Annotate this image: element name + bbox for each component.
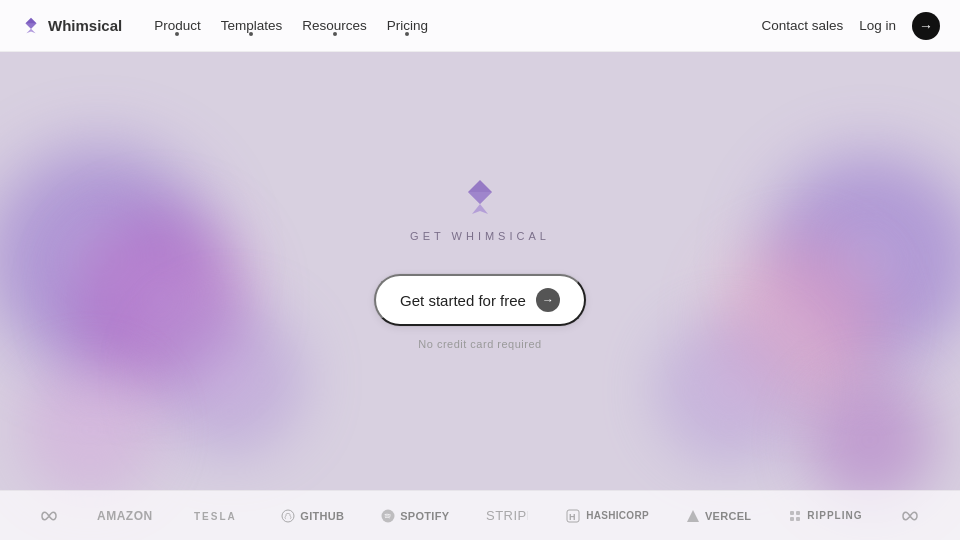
logo-tesla: TESLA (194, 507, 244, 525)
cta-button-label: Get started for free (400, 292, 526, 309)
rippling-icon (788, 509, 802, 523)
hashicorp-icon: H (565, 508, 581, 524)
logo-github: GitHub (281, 509, 344, 523)
hero-tagline: GET WHIMSICAL (410, 230, 550, 242)
nav-product[interactable]: Product (146, 13, 209, 38)
nav-links: Product Templates Resources Pricing (146, 13, 436, 38)
hero-logo-icon (455, 174, 505, 224)
logo-amazon: amazon (97, 507, 157, 525)
vercel-icon (686, 509, 700, 523)
svg-text:H: H (569, 512, 577, 522)
stripe-icon: stripe (486, 508, 528, 524)
logo-vercel: Vercel (686, 509, 751, 523)
spotify-icon (381, 509, 395, 523)
logo-spotify: Spotify (381, 509, 449, 523)
logo-meta-right (899, 509, 921, 523)
svg-marker-7 (687, 510, 699, 522)
nav-arrow-button[interactable]: → (912, 12, 940, 40)
nav-pricing[interactable]: Pricing (379, 13, 436, 38)
cta-button[interactable]: Get started for free → (374, 274, 586, 326)
meta-icon-right (899, 509, 921, 523)
rippling-label: RIPPLING (807, 510, 862, 521)
logo-text: Whimsical (48, 17, 122, 34)
svg-point-2 (282, 510, 294, 522)
navbar-right: Contact sales Log in → (761, 12, 940, 40)
github-label: GitHub (300, 510, 344, 522)
svg-rect-11 (796, 517, 800, 521)
logo[interactable]: Whimsical (20, 15, 122, 37)
svg-text:amazon: amazon (97, 509, 153, 523)
logo-meta-left (38, 509, 60, 523)
login-button[interactable]: Log in (859, 18, 896, 33)
svg-text:TESLA: TESLA (194, 511, 237, 522)
tesla-icon: TESLA (194, 507, 244, 525)
logo-rippling: RIPPLING (788, 509, 862, 523)
nav-templates[interactable]: Templates (213, 13, 291, 38)
amazon-icon: amazon (97, 507, 157, 525)
hero-logo-area: GET WHIMSICAL (410, 174, 550, 242)
hero-sub-text: No credit card required (418, 338, 541, 350)
hero-section: GET WHIMSICAL Get started for free → No … (0, 52, 960, 472)
svg-text:stripe: stripe (486, 508, 528, 523)
nav-resources[interactable]: Resources (294, 13, 375, 38)
nav-arrow-icon: → (919, 18, 933, 34)
meta-icon-left (38, 509, 60, 523)
navbar-left: Whimsical Product Templates Resources Pr… (20, 13, 436, 38)
svg-rect-10 (790, 517, 794, 521)
svg-rect-9 (796, 511, 800, 515)
github-icon (281, 509, 295, 523)
vercel-label: Vercel (705, 510, 751, 522)
logo-stripe: stripe (486, 508, 528, 524)
hashicorp-label: HashiCorp (586, 510, 649, 521)
logo-hashicorp: H HashiCorp (565, 508, 649, 524)
logos-bar: amazon TESLA GitHub Spotify stripe (0, 490, 960, 540)
svg-rect-8 (790, 511, 794, 515)
contact-sales-link[interactable]: Contact sales (761, 18, 843, 33)
spotify-label: Spotify (400, 510, 449, 522)
cta-arrow-icon: → (536, 288, 560, 312)
navbar: Whimsical Product Templates Resources Pr… (0, 0, 960, 52)
whimsical-logo-icon (20, 15, 42, 37)
